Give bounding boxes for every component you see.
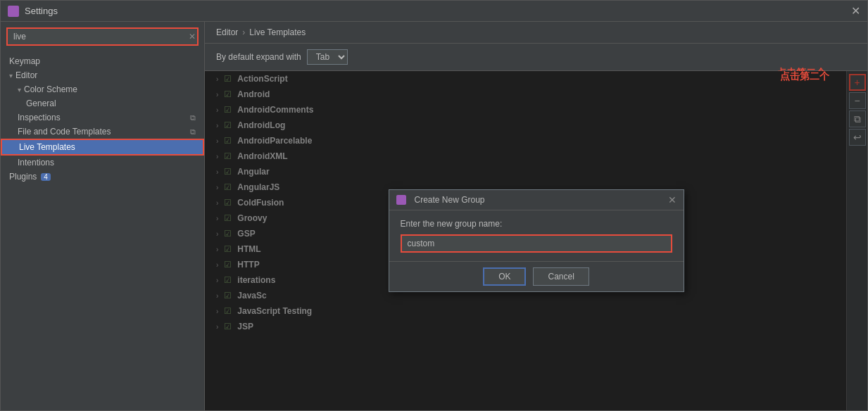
dialog-label: Enter the new group name: <box>401 219 672 229</box>
color-scheme-label: Color Scheme <box>24 84 77 94</box>
inspections-copy-icon: ⧉ <box>190 113 196 122</box>
search-clear-icon[interactable]: ✕ <box>189 32 196 42</box>
sidebar-item-plugins[interactable]: Plugins 4 <box>1 170 204 184</box>
expand-select[interactable]: Tab <box>307 49 348 65</box>
dialog-title-bar: Create New Group ✕ <box>389 190 684 210</box>
window-close-button[interactable]: ✕ <box>851 4 860 18</box>
title-bar-left: Settings <box>8 6 58 17</box>
dialog-cancel-button[interactable]: Cancel <box>533 267 589 286</box>
live-templates-label: Live Templates <box>19 142 75 152</box>
sidebar-item-live-templates[interactable]: Live Templates <box>1 139 204 156</box>
dialog-title-text: Create New Group <box>415 195 485 205</box>
plugins-label: Plugins <box>9 172 37 182</box>
sidebar-item-inspections[interactable]: Inspections ⧉ <box>1 110 204 125</box>
intentions-label: Intentions <box>18 158 54 167</box>
search-box: ✕ <box>6 27 199 46</box>
keymap-label: Keymap <box>9 56 40 66</box>
breadcrumb-separator: › <box>242 27 245 37</box>
sidebar-item-keymap[interactable]: Keymap <box>1 54 204 68</box>
dialog-app-icon <box>396 195 406 205</box>
dialog-body: Enter the new group name: <box>389 210 684 261</box>
plugins-badge: 4 <box>41 173 51 181</box>
main-content: ✕ Keymap ▾ Editor ▾ Color Scheme General <box>1 22 867 410</box>
expand-label: By default expand with <box>216 52 301 62</box>
title-bar: Settings ✕ <box>1 1 867 22</box>
general-label: General <box>26 99 56 108</box>
sidebar-item-editor[interactable]: ▾ Editor <box>1 68 204 82</box>
search-input[interactable] <box>6 27 199 46</box>
file-code-templates-label: File and Code Templates <box>18 127 111 137</box>
sidebar-item-general[interactable]: General <box>1 96 204 110</box>
breadcrumb: Editor › Live Templates <box>205 22 867 44</box>
file-templates-copy-icon: ⧉ <box>190 127 196 137</box>
create-group-dialog: Create New Group ✕ Enter the new group n… <box>389 189 684 292</box>
window-title: Settings <box>25 6 58 16</box>
breadcrumb-live-templates: Live Templates <box>249 27 306 37</box>
editor-expand-icon: ▾ <box>9 72 13 80</box>
settings-window: Settings ✕ ✕ Keymap ▾ Editor ▾ <box>0 0 868 411</box>
sidebar-item-intentions[interactable]: Intentions <box>1 156 204 170</box>
sidebar-tree: Keymap ▾ Editor ▾ Color Scheme General I… <box>1 51 204 410</box>
dialog-overlay: Create New Group ✕ Enter the new group n… <box>205 71 867 410</box>
panel-toolbar: By default expand with Tab 点击第二个 <box>205 44 867 71</box>
sidebar: ✕ Keymap ▾ Editor ▾ Color Scheme General <box>1 22 205 410</box>
dialog-close-button[interactable]: ✕ <box>668 194 677 206</box>
dialog-ok-button[interactable]: OK <box>483 267 526 286</box>
app-icon <box>8 6 19 17</box>
inspections-label: Inspections <box>18 113 61 122</box>
editor-label: Editor <box>15 70 37 80</box>
breadcrumb-editor: Editor <box>216 27 238 37</box>
panel-list-area: › ☑ ActionScript › ☑ Android › ☑ Android… <box>205 71 867 410</box>
dialog-group-name-input[interactable] <box>401 234 672 253</box>
sidebar-item-color-scheme[interactable]: ▾ Color Scheme <box>1 82 204 96</box>
dialog-title-left: Create New Group <box>396 195 485 205</box>
color-scheme-expand-icon: ▾ <box>18 86 21 94</box>
dialog-buttons: OK Cancel <box>389 261 684 291</box>
right-panel: Editor › Live Templates By default expan… <box>205 22 867 410</box>
sidebar-item-file-code-templates[interactable]: File and Code Templates ⧉ <box>1 125 204 139</box>
